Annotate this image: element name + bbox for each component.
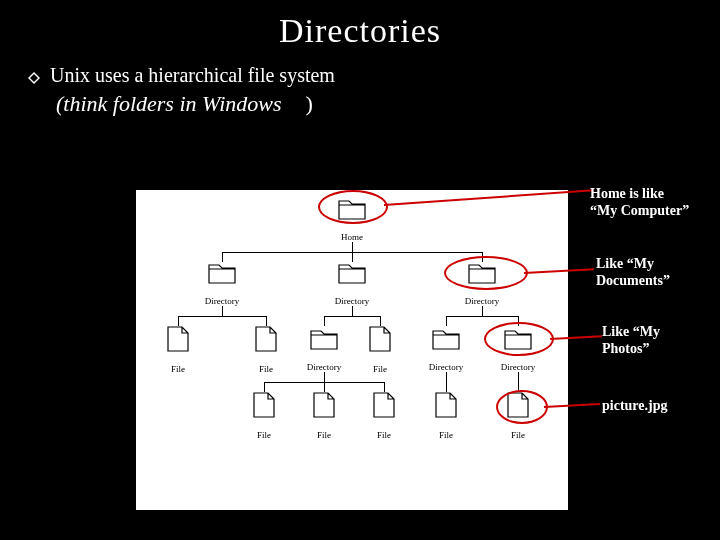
folder-icon — [338, 262, 366, 284]
file-icon — [435, 392, 457, 418]
dir-label: Directory — [501, 362, 535, 372]
annot-line: Photos” — [602, 341, 660, 358]
sub-note: (think folders in Windows) — [0, 87, 720, 117]
dir-label: Directory — [429, 362, 463, 372]
dir-label: Directory — [465, 296, 499, 306]
file-icon — [313, 392, 335, 418]
circle-picture — [496, 390, 548, 424]
annotation-picture: picture.jpg — [602, 398, 667, 415]
dir-label: Directory — [205, 296, 239, 306]
file-label: File — [171, 364, 185, 374]
folder-icon — [208, 262, 236, 284]
subnote-body: think folders in Windows — [63, 91, 281, 116]
file-label: File — [377, 430, 391, 440]
dir-label: Directory — [335, 296, 369, 306]
bullet-icon — [28, 70, 40, 82]
file-icon — [369, 326, 391, 352]
file-label: File — [439, 430, 453, 440]
paren-close: ) — [282, 91, 313, 116]
file-icon — [253, 392, 275, 418]
bullet-row: Unix uses a hierarchical file system — [0, 50, 720, 87]
dir-label: Directory — [307, 362, 341, 372]
annot-line: Documents” — [596, 273, 670, 290]
folder-icon — [310, 328, 338, 350]
file-label: File — [257, 430, 271, 440]
file-label: File — [317, 430, 331, 440]
annotation-photos: Like “My Photos” — [602, 324, 660, 358]
annotation-home: Home is like “My Computer” — [590, 186, 689, 220]
bullet-text: Unix uses a hierarchical file system — [50, 64, 335, 87]
annot-line: picture.jpg — [602, 398, 667, 413]
circle-photos — [484, 322, 554, 356]
annotation-documents: Like “My Documents” — [596, 256, 670, 290]
annot-line: Like “My — [602, 324, 660, 341]
home-label: Home — [341, 232, 363, 242]
circle-documents — [444, 256, 528, 290]
file-icon — [167, 326, 189, 352]
file-label: File — [511, 430, 525, 440]
annot-line: Home is like — [590, 186, 689, 203]
file-icon — [255, 326, 277, 352]
annot-line: “My Computer” — [590, 203, 689, 220]
slide-title: Directories — [0, 0, 720, 50]
folder-icon — [432, 328, 460, 350]
circle-home — [318, 190, 388, 224]
file-label: File — [259, 364, 273, 374]
file-icon — [373, 392, 395, 418]
file-label: File — [373, 364, 387, 374]
annot-line: Like “My — [596, 256, 670, 273]
